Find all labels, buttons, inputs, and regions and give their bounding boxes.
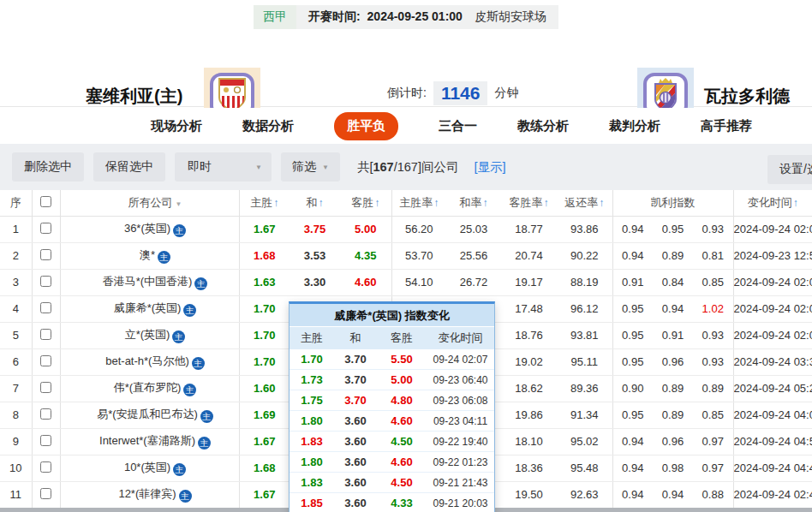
company-name[interactable]: 10*(英国)主 (60, 455, 239, 481)
return-rate-cell: 89.36 (557, 375, 612, 402)
col-lose-sort[interactable]: 客胜↑ (340, 190, 391, 216)
company-name[interactable]: Interwet*(塞浦路斯)主 (60, 428, 239, 455)
odds-mode-dropdown[interactable]: 即时 ▼ (175, 152, 272, 182)
popup-history-row: 1.833.604.5009-21 21:43 (290, 473, 494, 493)
row-checkbox[interactable] (40, 302, 51, 313)
row-checkbox[interactable] (40, 276, 51, 287)
kelly-draw-cell: 0.89 (653, 402, 693, 428)
popup-history-row: 1.803.604.6009-22 01:23 (290, 452, 494, 473)
row-seq: 2 (0, 242, 32, 269)
company-name[interactable]: 36*(英国)主 (60, 216, 239, 242)
popup-col-win: 主胜 (290, 330, 334, 346)
col-win-rate-sort[interactable]: 主胜率↑ (391, 190, 446, 216)
col-draw-sort[interactable]: 和↑ (290, 190, 340, 216)
kelly-lose-cell: 0.85 (693, 402, 733, 428)
company-name[interactable]: 立*(英国)主 (60, 322, 239, 348)
draw-rate-cell: 25.03 (446, 216, 501, 242)
win-odds-cell: 1.68 (239, 455, 290, 481)
company-name[interactable]: bet-at-h*(马尔他)主 (60, 348, 239, 375)
kelly-win-cell: 0.94 (612, 428, 653, 455)
col-return-rate-sort[interactable]: 返还率↑ (557, 190, 612, 216)
select-all-checkbox[interactable] (40, 196, 51, 207)
col-seq: 序 (0, 190, 32, 216)
tab-数据分析[interactable]: 数据分析 (242, 118, 294, 134)
popup-draw-odds: 3.60 (334, 455, 377, 468)
show-link[interactable]: [显示] (474, 159, 505, 176)
odds-table-row[interactable]: 136*(英国)主1.673.755.0056.2025.0318.7793.8… (0, 216, 812, 242)
company-name[interactable]: 伟*(直布罗陀)主 (60, 375, 239, 402)
popup-win-odds: 1.75 (290, 394, 334, 407)
row-seq: 8 (0, 402, 32, 428)
odds-table-row[interactable]: 3香港马*(中国香港)主1.633.304.6054.1026.7219.178… (0, 269, 812, 295)
draw-odds-cell: 3.30 (290, 269, 340, 295)
company-name[interactable]: 易*(安提瓜和巴布达)主 (60, 402, 239, 428)
main-odds-badge-icon: 主 (173, 224, 186, 237)
return-rate-cell: 95.48 (557, 455, 612, 481)
lose-rate-cell: 18.62 (501, 375, 557, 402)
col-change-time-sort[interactable]: 变化时间↑ (733, 190, 812, 216)
kelly-lose-cell: 0.88 (693, 481, 733, 508)
tab-裁判分析[interactable]: 裁判分析 (609, 118, 660, 134)
away-team-name: 瓦拉多利德 (704, 85, 790, 108)
row-seq: 6 (0, 348, 32, 375)
row-checkbox-cell (32, 481, 60, 508)
change-time-cell: 2024-09-24 02:00 (733, 269, 812, 295)
odds-mode-value: 即时 (188, 159, 212, 175)
row-checkbox[interactable] (40, 435, 51, 446)
main-odds-badge-icon: 主 (192, 357, 205, 370)
row-checkbox[interactable] (40, 461, 51, 473)
tab-胜平负[interactable]: 胜平负 (334, 112, 398, 140)
popup-body: 1.703.705.5009-24 02:071.733.705.0009-23… (290, 349, 494, 512)
row-checkbox[interactable] (40, 382, 51, 393)
lose-rate-cell: 18.36 (501, 455, 557, 481)
return-rate-cell: 93.81 (557, 322, 612, 348)
popup-lose-odds: 5.00 (377, 373, 427, 386)
popup-history-row: 1.853.604.3309-21 20:03 (290, 493, 494, 512)
draw-odds-cell: 3.53 (290, 242, 340, 269)
col-company[interactable]: 所有公司▼ (60, 190, 239, 216)
popup-draw-odds: 3.60 (334, 476, 377, 489)
popup-lose-odds: 4.50 (377, 476, 427, 489)
popup-draw-odds: 3.70 (334, 353, 377, 366)
row-checkbox-cell (32, 269, 60, 295)
popup-win-odds: 1.70 (290, 353, 334, 366)
kelly-lose-cell: 0.93 (693, 216, 733, 242)
row-checkbox[interactable] (40, 355, 51, 366)
tab-教练分析[interactable]: 教练分析 (517, 118, 569, 134)
popup-col-time: 变化时间 (427, 330, 494, 346)
win-rate-cell: 56.20 (391, 216, 446, 242)
col-draw-rate-sort[interactable]: 和率↑ (446, 190, 501, 216)
popup-history-row: 1.703.705.5009-24 02:07 (290, 349, 494, 370)
row-checkbox[interactable] (40, 488, 51, 499)
col-win-sort[interactable]: 主胜↑ (239, 190, 290, 216)
tab-高手推荐[interactable]: 高手推荐 (701, 118, 752, 134)
row-seq: 4 (0, 295, 32, 322)
return-rate-cell: 91.34 (557, 402, 612, 428)
company-name[interactable]: 澳*主 (60, 242, 239, 269)
change-time-cell: 2024-09-24 02:06 (733, 216, 812, 242)
keep-selected-button[interactable]: 保留选中 (93, 152, 165, 182)
row-checkbox[interactable] (40, 223, 51, 234)
delete-selected-button[interactable]: 删除选中 (12, 152, 84, 182)
filter-dropdown[interactable]: 筛选 ▼ (281, 152, 340, 182)
change-time-cell: 2024-09-24 02:00 (733, 322, 812, 348)
sort-asc-icon: ↑ (433, 197, 439, 209)
row-checkbox-cell (32, 375, 60, 402)
odds-table-row[interactable]: 2澳*主1.683.534.3553.7025.5620.7490.220.94… (0, 242, 812, 269)
kelly-win-cell: 0.94 (612, 481, 653, 508)
tab-三合一[interactable]: 三合一 (439, 118, 477, 134)
change-time-cell: 2024-09-24 04:00 (733, 402, 812, 428)
company-name[interactable]: 香港马*(中国香港)主 (60, 269, 239, 295)
row-checkbox[interactable] (40, 249, 51, 260)
win-odds-cell: 1.60 (239, 375, 290, 402)
venue-name: 皮斯胡安球场 (473, 5, 558, 29)
tab-现场分析[interactable]: 现场分析 (151, 118, 202, 134)
company-name[interactable]: 威廉希*(英国)主 (60, 295, 239, 322)
kickoff-value: 2024-09-25 01:00 (367, 9, 463, 23)
company-name[interactable]: 12*(菲律宾)主 (60, 481, 239, 508)
row-checkbox[interactable] (40, 408, 51, 420)
col-lose-rate-sort[interactable]: 客胜率↑ (501, 190, 557, 216)
row-checkbox[interactable] (40, 329, 51, 340)
kelly-draw-cell: 0.94 (653, 295, 693, 322)
settings-select-button[interactable]: 设置/选择 (767, 155, 812, 184)
